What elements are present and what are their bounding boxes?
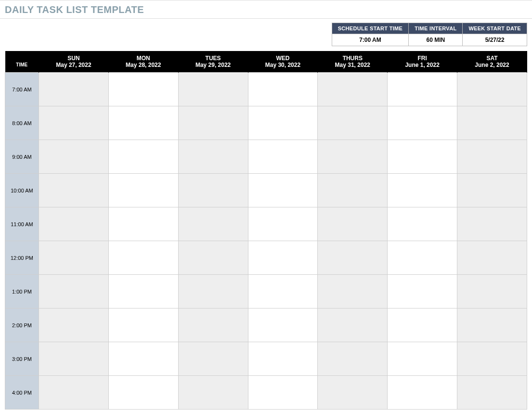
schedule-cell[interactable]	[388, 241, 457, 275]
schedule-cell[interactable]	[318, 140, 388, 174]
day-date: May 28, 2022	[111, 62, 176, 68]
schedule-cell[interactable]	[108, 207, 178, 241]
config-value-start-time[interactable]: 7:00 AM	[332, 34, 408, 46]
schedule-cell[interactable]	[388, 376, 457, 410]
schedule-cell[interactable]	[108, 140, 178, 174]
schedule-cell[interactable]	[39, 207, 109, 241]
schedule-row: 9:00 AM	[5, 140, 527, 174]
day-name: SAT	[459, 55, 525, 62]
schedule-cell[interactable]	[248, 308, 318, 342]
schedule-row: 4:00 PM	[5, 376, 527, 410]
schedule-cell[interactable]	[178, 207, 248, 241]
schedule-cell[interactable]	[178, 73, 248, 106]
schedule-cell[interactable]	[457, 174, 527, 207]
schedule-row: 1:00 PM	[5, 275, 527, 308]
schedule-cell[interactable]	[39, 342, 109, 376]
day-header: THURS May 31, 2022	[318, 51, 388, 73]
day-header: SUN May 27, 2022	[39, 51, 109, 73]
schedule-cell[interactable]	[388, 207, 457, 241]
schedule-cell[interactable]	[318, 342, 388, 376]
time-cell: 2:00 PM	[5, 308, 39, 342]
schedule-cell[interactable]	[178, 106, 248, 140]
day-date: June 2, 2022	[459, 62, 525, 68]
schedule-cell[interactable]	[108, 106, 178, 140]
schedule-cell[interactable]	[178, 376, 248, 410]
config-value-interval[interactable]: 60 MIN	[409, 34, 463, 46]
schedule-cell[interactable]	[388, 308, 457, 342]
schedule-row: 12:00 PM	[5, 241, 527, 275]
schedule-cell[interactable]	[457, 207, 527, 241]
schedule-cell[interactable]	[39, 140, 109, 174]
schedule-cell[interactable]	[248, 174, 318, 207]
schedule-cell[interactable]	[178, 174, 248, 207]
schedule-cell[interactable]	[318, 73, 388, 106]
schedule-cell[interactable]	[457, 241, 527, 275]
schedule-cell[interactable]	[39, 275, 109, 308]
schedule-cell[interactable]	[39, 174, 109, 207]
schedule-row: 7:00 AM	[5, 73, 527, 106]
schedule-cell[interactable]	[248, 207, 318, 241]
schedule-cell[interactable]	[39, 106, 109, 140]
schedule-cell[interactable]	[457, 308, 527, 342]
schedule-cell[interactable]	[318, 241, 388, 275]
schedule-cell[interactable]	[318, 308, 388, 342]
schedule-cell[interactable]	[39, 308, 109, 342]
schedule-row: 11:00 AM	[5, 207, 527, 241]
time-cell: 8:00 AM	[5, 106, 39, 140]
schedule-cell[interactable]	[457, 73, 527, 106]
schedule-cell[interactable]	[248, 106, 318, 140]
day-date: May 30, 2022	[250, 62, 316, 68]
schedule-cell[interactable]	[178, 342, 248, 376]
schedule-cell[interactable]	[178, 308, 248, 342]
schedule-cell[interactable]	[248, 342, 318, 376]
schedule-table: TIME SUN May 27, 2022 MON May 28, 2022 T…	[5, 51, 527, 410]
schedule-cell[interactable]	[457, 140, 527, 174]
schedule-cell[interactable]	[388, 140, 457, 174]
schedule-cell[interactable]	[318, 207, 388, 241]
schedule-cell[interactable]	[178, 275, 248, 308]
day-name: TUES	[181, 55, 246, 62]
config-table: SCHEDULE START TIME TIME INTERVAL WEEK S…	[332, 23, 527, 46]
schedule-cell[interactable]	[108, 174, 178, 207]
config-value-week-start[interactable]: 5/27/22	[463, 34, 527, 46]
config-header-week-start: WEEK START DATE	[463, 23, 527, 34]
schedule-cell[interactable]	[457, 275, 527, 308]
day-name: THURS	[320, 55, 385, 62]
schedule-cell[interactable]	[248, 275, 318, 308]
config-panel: SCHEDULE START TIME TIME INTERVAL WEEK S…	[0, 19, 532, 51]
schedule-cell[interactable]	[248, 140, 318, 174]
time-cell: 10:00 AM	[5, 174, 39, 207]
schedule-cell[interactable]	[39, 376, 109, 410]
schedule-cell[interactable]	[318, 376, 388, 410]
schedule-cell[interactable]	[388, 174, 457, 207]
schedule-cell[interactable]	[457, 376, 527, 410]
day-name: WED	[250, 55, 316, 62]
schedule-cell[interactable]	[108, 376, 178, 410]
schedule-cell[interactable]	[248, 73, 318, 106]
page-title: DAILY TASK LIST TEMPLATE	[0, 0, 532, 19]
schedule-cell[interactable]	[318, 106, 388, 140]
day-header: MON May 28, 2022	[108, 51, 178, 73]
schedule-cell[interactable]	[457, 342, 527, 376]
schedule-cell[interactable]	[388, 275, 457, 308]
schedule-cell[interactable]	[108, 241, 178, 275]
schedule-cell[interactable]	[388, 342, 457, 376]
schedule-row: 10:00 AM	[5, 174, 527, 207]
schedule-cell[interactable]	[178, 241, 248, 275]
schedule-cell[interactable]	[178, 140, 248, 174]
schedule-cell[interactable]	[39, 241, 109, 275]
schedule-cell[interactable]	[457, 106, 527, 140]
day-header: TUES May 29, 2022	[178, 51, 248, 73]
schedule-cell[interactable]	[108, 308, 178, 342]
schedule-cell[interactable]	[108, 73, 178, 106]
schedule-cell[interactable]	[318, 174, 388, 207]
schedule-cell[interactable]	[108, 275, 178, 308]
schedule-cell[interactable]	[318, 275, 388, 308]
schedule-cell[interactable]	[108, 342, 178, 376]
schedule-cell[interactable]	[388, 73, 457, 106]
schedule-cell[interactable]	[388, 106, 457, 140]
schedule-row: 2:00 PM	[5, 308, 527, 342]
schedule-cell[interactable]	[248, 376, 318, 410]
schedule-cell[interactable]	[248, 241, 318, 275]
schedule-cell[interactable]	[39, 73, 109, 106]
